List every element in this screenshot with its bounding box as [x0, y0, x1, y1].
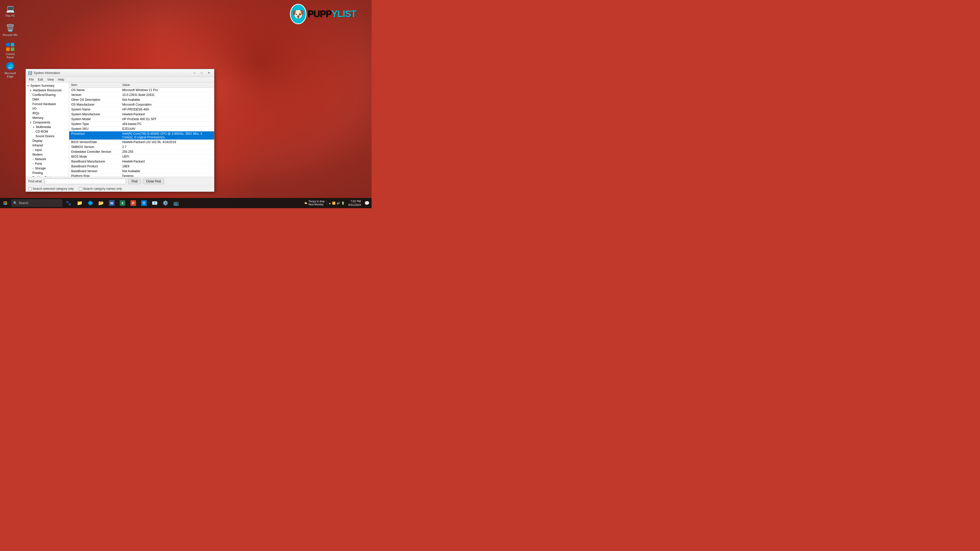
- tree-item-printing[interactable]: Printing: [26, 171, 69, 175]
- table-cell-value: UEFI: [120, 154, 214, 159]
- puppy-text-highlight: Y: [331, 9, 337, 19]
- taskbar-app-extra[interactable]: 📺: [171, 198, 181, 208]
- notification-button[interactable]: 💬: [364, 201, 369, 206]
- desktop: 💻 This PC 🗑️ Recycle Bin Control Panel M…: [0, 0, 372, 208]
- taskbar-powerpoint[interactable]: P: [128, 198, 138, 208]
- find-button[interactable]: Find: [128, 179, 141, 184]
- table-row[interactable]: Embedded Controller Version255.255: [69, 149, 214, 154]
- recycle-bin-icon: 🗑️: [5, 23, 15, 33]
- find-option-category-names[interactable]: Search category names only: [79, 187, 122, 191]
- taskbar-edge[interactable]: [85, 198, 95, 208]
- table-row[interactable]: System NameHP-PRODESK-400-: [69, 107, 214, 112]
- table-row[interactable]: BaseBoard ManufacturerHewlett-Packard: [69, 159, 214, 164]
- tree-item-infrared[interactable]: Infrared: [26, 143, 69, 148]
- start-button[interactable]: [0, 198, 10, 208]
- menu-edit[interactable]: Edit: [36, 77, 45, 82]
- tree-item-hardware-resources[interactable]: ▼ Hardware Resources: [26, 88, 69, 93]
- tree-item-ports[interactable]: + Ports: [26, 162, 69, 166]
- weather-widget[interactable]: 🌤️ Temps to drop Next Monday: [302, 200, 327, 206]
- tree-item-forced-hardware[interactable]: Forced Hardware: [26, 102, 69, 106]
- systray-volume-icon[interactable]: 🔊: [337, 202, 340, 205]
- taskbar-file-explorer[interactable]: 📁: [75, 198, 85, 208]
- find-checkbox-names[interactable]: [79, 187, 82, 191]
- systray-battery-icon[interactable]: 🔋: [341, 202, 345, 205]
- taskbar-widget-icon[interactable]: 🐾: [63, 198, 73, 208]
- table-row[interactable]: BIOS Version/DateHewlett-Packard L02 v02…: [69, 140, 214, 144]
- tree-item-problem-devices[interactable]: Problem Devices: [26, 175, 69, 177]
- close-button[interactable]: ✕: [205, 70, 212, 76]
- taskbar-word[interactable]: W: [107, 198, 117, 208]
- tree-label-ports: Ports: [35, 162, 42, 165]
- tree-item-sound[interactable]: Sound Device: [26, 134, 69, 138]
- close-find-button[interactable]: Close Find: [143, 179, 164, 184]
- table-cell-value: Hewlett-Packard: [120, 112, 214, 117]
- table-row[interactable]: SMBIOS Version2.7: [69, 144, 214, 149]
- window-app-icon: ℹ️: [28, 71, 32, 75]
- tree-item-io[interactable]: I/O: [26, 106, 69, 111]
- table-cell-value: Not Available: [120, 97, 214, 102]
- systray-up-arrow[interactable]: ▲: [328, 202, 331, 205]
- taskbar-clock[interactable]: 7:02 PM 8/31/2024: [346, 200, 363, 207]
- tree-label-components: Components: [33, 121, 50, 124]
- desktop-icon-control-panel[interactable]: Control Panel: [1, 41, 19, 60]
- table-row[interactable]: Version10.0.22631 Build 22631: [69, 93, 214, 97]
- taskbar-outlook2[interactable]: 📧: [150, 198, 160, 208]
- tree-item-system-summary[interactable]: ▼ System Summary: [26, 83, 69, 88]
- tree-item-input[interactable]: + Input: [26, 148, 69, 152]
- table-row[interactable]: OS ManufacturerMicrosoft Corporation: [69, 102, 214, 107]
- col-header-value: Value: [120, 83, 214, 88]
- table-row[interactable]: BaseBoard Product18E9: [69, 164, 214, 169]
- tree-item-cdrom[interactable]: CD-ROM: [26, 129, 69, 134]
- tree-item-irqs[interactable]: IRQs: [26, 111, 69, 116]
- desktop-icon-edge[interactable]: Microsoft Edge: [1, 60, 19, 79]
- tree-item-components[interactable]: ▼ Components: [26, 120, 69, 125]
- table-cell-value: Hewlett-Packard: [120, 159, 214, 164]
- taskbar-settings[interactable]: ⚙️: [160, 198, 170, 208]
- maximize-button[interactable]: □: [198, 70, 205, 76]
- systray-network-icon[interactable]: 📶: [332, 202, 336, 205]
- table-row[interactable]: System SKUE2D14AV: [69, 127, 214, 131]
- table-cell-value: Desktop: [120, 174, 214, 177]
- system-information-window: ℹ️ System Information ─ □ ✕ File Edit Vi…: [25, 69, 215, 192]
- control-panel-label: Control Panel: [2, 52, 18, 59]
- menu-view[interactable]: View: [45, 77, 56, 82]
- taskbar-excel[interactable]: X: [118, 198, 127, 208]
- find-option-label-2: Search category names only: [83, 187, 122, 191]
- tree-item-storage[interactable]: + Storage: [26, 166, 69, 171]
- table-row[interactable]: System Typex64-based PC: [69, 122, 214, 127]
- table-row[interactable]: OS NameMicrosoft Windows 11 Pro: [69, 88, 214, 93]
- tree-item-display[interactable]: Display: [26, 138, 69, 143]
- taskbar-outlook[interactable]: O: [139, 198, 149, 208]
- find-checkbox-selected[interactable]: [28, 187, 32, 191]
- desktop-icon-recycle-bin[interactable]: 🗑️ Recycle Bin: [1, 22, 19, 38]
- find-option-selected-category[interactable]: Search selected category only: [28, 187, 74, 191]
- weather-text: Temps to drop: [309, 200, 325, 203]
- taskbar-search[interactable]: 🔍 Search: [11, 199, 62, 207]
- table-cell-value: 18E9: [120, 164, 214, 169]
- table-row[interactable]: BIOS ModeUEFI: [69, 154, 214, 159]
- taskbar-file-manager[interactable]: 📂: [96, 198, 106, 208]
- table-row[interactable]: Platform RoleDesktop: [69, 174, 214, 177]
- tree-panel: ▼ System Summary ▼ Hardware Resources Co…: [26, 83, 69, 177]
- table-row[interactable]: BaseBoard VersionNot Available: [69, 169, 214, 174]
- table-row[interactable]: System ModelHP ProDesk 400 G1 SFF: [69, 117, 214, 122]
- window-content: ▼ System Summary ▼ Hardware Resources Co…: [26, 83, 214, 177]
- menu-help[interactable]: Help: [56, 77, 66, 82]
- table-row[interactable]: ProcessorIntel(R) Core(TM) i5-4590S CPU …: [69, 131, 214, 140]
- tree-item-modem[interactable]: Modem: [26, 152, 69, 157]
- tree-label-display: Display: [32, 139, 42, 143]
- tree-item-network[interactable]: + Network: [26, 157, 69, 162]
- data-panel: Item Value OS NameMicrosoft Windows 11 P…: [69, 83, 214, 177]
- table-row[interactable]: System ManufacturerHewlett-Packard: [69, 112, 214, 117]
- this-pc-icon: 💻: [5, 3, 15, 14]
- desktop-icon-this-pc[interactable]: 💻 This PC: [1, 3, 19, 19]
- find-input[interactable]: [45, 179, 126, 184]
- table-row[interactable]: Other OS DescriptionNot Available: [69, 97, 214, 102]
- tree-item-multimedia[interactable]: ▼ Multimedia: [26, 125, 69, 129]
- tree-item-conflicts[interactable]: Conflicts/Sharing: [26, 93, 69, 97]
- menu-file[interactable]: File: [27, 77, 36, 82]
- tree-item-memory[interactable]: Memory: [26, 116, 69, 120]
- svg-rect-1: [11, 43, 14, 46]
- tree-item-dma[interactable]: DMA: [26, 97, 69, 102]
- minimize-button[interactable]: ─: [191, 70, 198, 76]
